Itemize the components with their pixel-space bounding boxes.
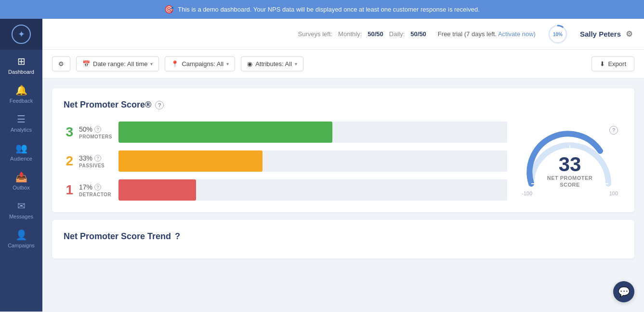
detractors-help-icon[interactable]: ? [94,184,101,190]
nps-title-text: Net Promoter Score® [64,100,151,110]
dashboard-area: Net Promoter Score® ? 3 50% ? [42,79,644,312]
sidebar-item-audience[interactable]: 👥 Audience [0,136,42,165]
chevron-down-icon: ▾ [150,61,153,67]
logo-icon: ✦ [12,25,31,44]
tune-button[interactable]: ⚙ [52,56,70,71]
sidebar-item-label: Outbox [13,185,29,190]
trial-label: Free trial [438,30,462,38]
activate-link[interactable]: Activate now) [498,30,536,38]
passives-track [118,150,507,172]
sidebar-item-label: Campaigns [8,243,35,248]
sidebar-item-campaigns[interactable]: 👤 Campaigns [0,223,42,252]
passives-info: 33% ? PASSIVES [79,154,113,168]
promoters-help-icon[interactable]: ? [94,126,101,133]
audience-icon: 👥 [15,142,27,154]
surveys-info: Surveys left: Monthly: 50/50 Daily: 50/5… [298,30,426,38]
sidebar-item-messages[interactable]: ✉ Messages [0,194,42,223]
detractors-pct: 17% [79,183,92,191]
passives-help-icon[interactable]: ? [94,155,101,162]
export-button[interactable]: ⬇ Export [591,56,634,71]
bars-section: 3 50% ? PROMOTERS [64,122,507,201]
gauge-subtitle: NET PROMOTERSCORE [547,175,593,189]
chat-icon: 💬 [618,286,630,298]
detractors-number: 1 [64,182,73,198]
date-range-label: Date range: All time [93,60,147,68]
campaigns-filter-icon: 📍 [171,60,179,68]
promoters-info: 50% ? PROMOTERS [79,125,113,139]
attributes-label: Attributes: All [255,60,292,68]
sidebar-item-label: Dashboard [8,69,34,75]
promoters-track [118,122,507,143]
detractors-label: DETRACTOR [79,192,111,197]
filter-bar: ⚙ 📅 Date range: All time ▾ 📍 Campaigns: … [42,50,644,79]
export-label: Export [608,60,626,68]
gauge-container: 33 NET PROMOTERSCORE [522,131,618,189]
detractors-fill [118,179,196,201]
passives-fill [118,150,263,172]
promoters-row: 3 50% ? PROMOTERS [64,122,507,143]
nps-title: Net Promoter Score® ? [64,100,623,110]
trend-help-icon[interactable]: ? [175,231,180,242]
main-content: Surveys left: Monthly: 50/50 Daily: 50/5… [42,19,644,312]
header-bar: Surveys left: Monthly: 50/50 Daily: 50/5… [42,19,644,50]
sidebar: ✦ ⊞ Dashboard 🔔 Feedback ☰ Analytics 👥 A… [0,19,42,312]
tune-icon: ⚙ [58,60,64,68]
trend-title-text: Net Promoter Score Trend [64,231,171,242]
detractors-track [118,179,507,201]
attributes-icon: ◉ [247,60,252,68]
sidebar-item-analytics[interactable]: ☰ Analytics [0,108,42,136]
passives-pct: 33% [79,154,92,162]
trend-card: Net Promoter Score Trend ? [52,220,634,258]
sidebar-logo[interactable]: ✦ [0,19,42,50]
trend-title: Net Promoter Score Trend ? [64,231,623,242]
date-range-button[interactable]: 📅 Date range: All time ▾ [76,56,159,71]
outbox-icon: 📤 [15,171,27,183]
gauge-center: 33 NET PROMOTERSCORE [547,154,593,189]
detractors-row: 1 17% ? DETRACTOR [64,179,507,201]
chevron-down-icon: ▾ [226,61,229,67]
promoters-pct: 50% [79,125,92,133]
campaigns-button[interactable]: 📍 Campaigns: All ▾ [165,56,235,71]
daily-label: Daily: [389,30,405,38]
monthly-value: 50/50 [368,30,383,38]
analytics-icon: ☰ [17,113,26,125]
promoters-label: PROMOTERS [79,134,112,139]
promoters-fill [118,122,332,143]
messages-icon: ✉ [17,200,26,212]
passives-label: PASSIVES [79,163,105,168]
detractors-info: 17% ? DETRACTOR [79,183,113,197]
top-banner: 🎯 This is a demo dashboard. Your NPS dat… [0,0,644,19]
campaigns-icon: 👤 [15,229,27,241]
campaigns-label: Campaigns: All [182,60,223,68]
gauge-score: 33 [547,154,593,175]
dashboard-icon: ⊞ [17,55,26,67]
promoters-number: 3 [64,124,73,140]
nps-help-icon[interactable]: ? [155,101,164,109]
nps-card: Net Promoter Score® ? 3 50% ? [52,88,634,212]
monthly-label: Monthly: [338,30,362,38]
banner-text: This is a demo dashboard. Your NPS data … [178,6,480,13]
calendar-icon: 📅 [82,60,90,68]
sidebar-item-label: Feedback [10,98,33,104]
sidebar-item-label: Messages [9,214,33,219]
attributes-button[interactable]: ◉ Attributes: All ▾ [241,56,303,71]
settings-icon[interactable]: ⚙ [626,29,632,39]
sidebar-item-outbox[interactable]: 📤 Outbox [0,165,42,194]
sidebar-item-feedback[interactable]: 🔔 Feedback [0,79,42,108]
passives-row: 2 33% ? PASSIVES [64,150,507,172]
banner-icon: 🎯 [164,5,174,14]
progress-pct: 10% [553,31,563,37]
user-info: Sally Peters ⚙ [580,29,632,39]
gauge-section: ? [517,126,623,196]
sidebar-item-dashboard[interactable]: ⊞ Dashboard [0,50,42,79]
surveys-label: Surveys left: [298,30,333,38]
nps-content: 3 50% ? PROMOTERS [64,122,623,201]
chat-bubble[interactable]: 💬 [613,281,634,302]
user-name: Sally Peters [580,30,621,38]
progress-ring: 10% [547,24,568,45]
feedback-icon: 🔔 [15,84,27,96]
trial-days: (7 days left. [464,30,497,38]
chevron-down-icon: ▾ [295,61,297,67]
sidebar-item-label: Audience [10,156,32,162]
daily-value: 50/50 [410,30,426,38]
